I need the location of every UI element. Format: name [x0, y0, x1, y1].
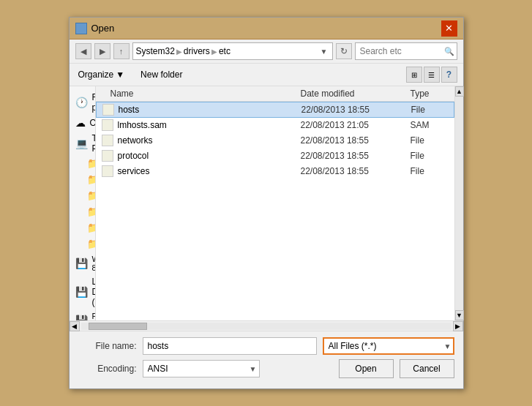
footer: File name: All Files (*.*) Text Files (*… — [70, 331, 463, 388]
main-content: 🕐 Recent places ☁ OneDrive 💻 This PC 📁 D… — [70, 86, 463, 320]
table-row[interactable]: protocol 22/08/2013 18:55 File — [96, 149, 454, 164]
action-bar: Organize ▼ New folder ⊞ ☰ ? — [70, 64, 463, 86]
column-name: Name — [96, 89, 301, 99]
encoding-select-wrapper: ANSI UTF-8 Unicode ▼ — [143, 360, 260, 377]
file-name: hosts — [119, 105, 140, 115]
file-name: lmhosts.sam — [118, 120, 167, 130]
sidebar-item-windows-c[interactable]: 💾 Windows 8.1 (C:) — [70, 252, 95, 274]
sidebar-item-pictures[interactable]: 📁 Pictures — [70, 219, 95, 236]
encoding-select[interactable]: ANSI UTF-8 Unicode — [143, 360, 260, 377]
sidebar-item-downloads[interactable]: 📁 Downloads — [70, 187, 95, 203]
open-dialog: Open ✕ ◀ ▶ ↑ System32 ▶ drivers ▶ etc ▼ … — [69, 17, 464, 389]
file-icon — [102, 104, 114, 116]
file-name-cell: hosts — [97, 104, 301, 116]
column-date-modified: Date modified — [301, 89, 411, 99]
drive-c-icon: 💾 — [75, 257, 88, 269]
dialog-icon — [75, 23, 87, 34]
filename-label: File name: — [78, 341, 137, 351]
table-row[interactable]: networks 22/08/2013 18:55 File — [96, 133, 454, 149]
forward-button[interactable]: ▶ — [94, 43, 110, 59]
sidebar-item-desktop[interactable]: 📁 Desktop — [70, 155, 95, 171]
address-arrow-2: ▶ — [211, 48, 217, 56]
file-type: File — [411, 135, 424, 146]
vertical-scrollbar[interactable]: ▲ ▼ — [454, 86, 463, 320]
scroll-right-button[interactable]: ▶ — [453, 321, 463, 331]
file-date: 22/08/2013 18:55 — [301, 151, 411, 161]
new-folder-button[interactable]: New folder — [136, 68, 187, 81]
file-panel: Name Date modified Type hosts 22/08/2013… — [96, 86, 454, 320]
organize-button[interactable]: Organize ▼ — [75, 68, 128, 81]
table-row[interactable]: services 22/08/2013 18:55 File — [96, 164, 454, 179]
pictures-folder-icon: 📁 — [87, 222, 96, 233]
table-row[interactable]: lmhosts.sam 22/08/2013 21:05 SAM — [96, 118, 454, 133]
filename-input[interactable] — [143, 337, 317, 355]
encoding-row: Encoding: ANSI UTF-8 Unicode ▼ Open Canc… — [78, 359, 454, 378]
organize-arrow-icon: ▼ — [116, 69, 124, 80]
hscroll-thumb[interactable] — [89, 323, 147, 330]
file-icon — [102, 135, 113, 146]
downloads-folder-icon: 📁 — [87, 189, 96, 201]
scroll-down-button[interactable]: ▼ — [455, 310, 464, 320]
file-name: protocol — [118, 151, 149, 161]
desktop-folder-icon: 📁 — [87, 157, 96, 169]
horizontal-scrollbar[interactable]: ◀ ▶ — [70, 320, 463, 331]
file-panel-wrapper: Name Date modified Type hosts 22/08/2013… — [96, 86, 463, 320]
filename-row: File name: All Files (*.*) Text Files (*… — [78, 337, 454, 355]
documents-folder-icon: 📁 — [87, 173, 96, 185]
organize-label: Organize — [78, 69, 114, 80]
address-dropdown-icon[interactable]: ▼ — [319, 48, 329, 56]
address-segment-3: etc — [219, 46, 231, 56]
dialog-title: Open — [91, 23, 115, 34]
file-name-cell: protocol — [96, 150, 301, 162]
removable-disk-icon: 💾 — [75, 315, 88, 320]
file-date: 22/08/2013 18:55 — [301, 166, 411, 176]
address-arrow-1: ▶ — [176, 48, 182, 56]
file-name-cell: services — [96, 165, 301, 177]
sidebar-item-onedrive[interactable]: ☁ OneDrive — [70, 114, 95, 130]
onedrive-icon: ☁ — [75, 117, 86, 129]
address-bar[interactable]: System32 ▶ drivers ▶ etc ▼ — [132, 42, 333, 60]
file-type: File — [411, 166, 424, 176]
cancel-button[interactable]: Cancel — [400, 359, 454, 378]
close-button[interactable]: ✕ — [441, 20, 457, 37]
scroll-up-button[interactable]: ▲ — [455, 86, 464, 97]
file-name-cell: networks — [96, 135, 301, 146]
up-button[interactable]: ↑ — [113, 43, 130, 59]
view-buttons: ⊞ ☰ ? — [406, 67, 457, 83]
file-icon — [102, 119, 113, 131]
file-icon — [102, 165, 113, 177]
open-button[interactable]: Open — [339, 359, 394, 378]
file-icon — [102, 150, 113, 162]
view-grid-button[interactable]: ⊞ — [406, 67, 422, 83]
view-list-button[interactable]: ☰ — [424, 67, 440, 83]
filetype-select[interactable]: All Files (*.*) Text Files (*.txt) — [323, 337, 454, 355]
address-segment-1: System32 — [136, 46, 175, 56]
scroll-left-button[interactable]: ◀ — [70, 321, 80, 331]
refresh-button[interactable]: ↻ — [336, 43, 352, 59]
sidebar-item-removable[interactable]: 💾 Removable Disk (I — [70, 309, 95, 320]
address-segment-2: drivers — [184, 46, 210, 56]
sidebar-item-local-d[interactable]: 💾 Local Disk (D:) — [70, 274, 95, 309]
table-row[interactable]: hosts 22/08/2013 18:55 File — [96, 102, 454, 118]
file-name: networks — [118, 135, 153, 146]
back-button[interactable]: ◀ — [75, 43, 91, 59]
file-date: 22/08/2013 18:55 — [301, 105, 411, 115]
sidebar-item-videos[interactable]: 📁 Videos — [70, 236, 95, 252]
sidebar-item-music[interactable]: 📁 Music — [70, 203, 95, 219]
this-pc-icon: 💻 — [75, 138, 88, 149]
videos-folder-icon: 📁 — [87, 238, 96, 249]
music-folder-icon: 📁 — [87, 206, 96, 217]
sidebar-item-this-pc[interactable]: 💻 This PC — [70, 130, 95, 155]
hscroll-track — [81, 323, 452, 330]
search-input[interactable] — [355, 42, 457, 60]
sidebar-item-recent-places[interactable]: 🕐 Recent places — [70, 89, 95, 114]
scroll-track — [455, 97, 463, 310]
title-bar: Open ✕ — [70, 18, 463, 40]
help-button[interactable]: ? — [441, 67, 457, 83]
encoding-label: Encoding: — [78, 364, 137, 374]
footer-buttons: Open Cancel — [339, 359, 454, 378]
file-date: 22/08/2013 18:55 — [301, 135, 411, 146]
sidebar-item-documents[interactable]: 📁 Documents — [70, 171, 95, 187]
file-type: File — [411, 105, 425, 115]
file-type: SAM — [411, 120, 430, 130]
